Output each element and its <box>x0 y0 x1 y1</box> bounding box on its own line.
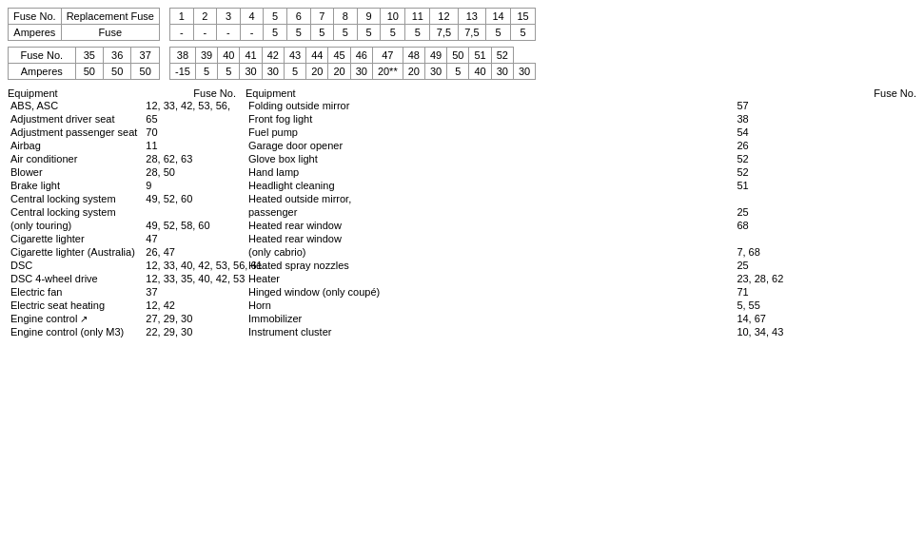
fuse-col-header-7: 7 <box>310 9 334 25</box>
legend-table-1: Fuse No. Replacement Fuse Amperes Fuse <box>8 8 160 41</box>
eq-left-name-0: ABS, ASC <box>8 99 143 112</box>
eq-right-name-14: Hinged window (only coupé) <box>246 285 734 299</box>
fuse-col-value-2: - <box>193 25 217 41</box>
eq-left-name-2: Adjustment passenger seat <box>8 126 143 139</box>
eq-left-name-7: Central locking system <box>8 192 143 205</box>
eq-left-name-8: Central locking system <box>8 205 143 219</box>
equipment-label-left: Equipment <box>8 87 58 99</box>
fuse-col2-header-40: 40 <box>218 48 240 64</box>
equipment-label-right: Equipment <box>246 87 296 99</box>
legend-tables: Fuse No. Replacement Fuse Amperes Fuse F… <box>8 8 160 84</box>
eq-right-fuse-0: 57 <box>734 99 916 112</box>
fuse-col-header-5: 5 <box>264 9 287 25</box>
eq-right-name-13: Heater <box>246 272 734 285</box>
equipment-left-section: Equipment Fuse No. ABS, ASC12, 33, 42, 5… <box>8 87 236 338</box>
eq-right-row-6: Headlight cleaning51 <box>246 179 916 192</box>
equipment-section: Equipment Fuse No. ABS, ASC12, 33, 42, 5… <box>8 87 916 338</box>
fuse-col-header-10: 10 <box>381 9 405 25</box>
legend-amperes-2: Amperes <box>9 64 76 80</box>
eq-right-fuse-12: 25 <box>734 259 916 272</box>
fuse-col2-value-0: -15 <box>169 64 195 80</box>
fuse-col2-value-3: 30 <box>240 64 262 80</box>
eq-right-fuse-14: 71 <box>734 285 916 299</box>
fuse-col-value-11: 5 <box>405 25 430 41</box>
eq-right-fuse-2: 54 <box>734 126 916 139</box>
fuse-col-value-1: - <box>169 25 193 41</box>
legend-35: 35 <box>75 48 103 64</box>
eq-right-row-7: Heated outside mirror, <box>246 192 916 205</box>
fuse-col2-header-47: 47 <box>372 48 403 64</box>
fuse-col-value-7: 5 <box>310 25 334 41</box>
eq-left-row-10: Cigarette lighter47 <box>8 232 265 245</box>
eq-left-name-9: (only touring) <box>8 219 143 232</box>
equipment-right-section: Equipment Fuse No. Folding outside mirro… <box>246 87 916 338</box>
eq-right-fuse-4: 52 <box>734 152 916 165</box>
fuse-col2-value-12: 5 <box>447 64 469 80</box>
eq-left-row-1: Adjustment driver seat65 <box>8 112 265 126</box>
eq-left-row-0: ABS, ASC12, 33, 42, 53, 56, <box>8 99 265 112</box>
eq-left-row-5: Blower28, 50 <box>8 165 265 179</box>
fuse-col2-value-2: 5 <box>218 64 240 80</box>
eq-right-fuse-7 <box>734 192 916 205</box>
top-section: Fuse No. Replacement Fuse Amperes Fuse F… <box>8 8 916 84</box>
fuse-col2-header-42: 42 <box>262 48 284 64</box>
fuse-number-tables: 123456789101112131415 ----55555557,57,55… <box>169 8 536 84</box>
eq-right-name-7: Heated outside mirror, <box>246 192 734 205</box>
eq-right-name-6: Headlight cleaning <box>246 179 734 192</box>
eq-right-fuse-10 <box>734 232 916 245</box>
fuse-col2-value-6: 20 <box>306 64 328 80</box>
fuse-col2-header-48: 48 <box>403 48 424 64</box>
fuse-col-value-15: 5 <box>511 25 536 41</box>
eq-left-name-13: DSC 4-wheel drive <box>8 272 143 285</box>
eq-left-row-15: Electric seat heating12, 42 <box>8 299 265 312</box>
eq-right-row-14: Hinged window (only coupé)71 <box>246 285 916 299</box>
eq-right-row-10: Heated rear window <box>246 232 916 245</box>
fuse-col-header-9: 9 <box>357 9 381 25</box>
eq-right-name-9: Heated rear window <box>246 219 734 232</box>
fuse-col-value-3: - <box>217 25 241 41</box>
fuse-table-2: 383940414243444546474849505152 -15553030… <box>169 47 536 80</box>
legend-amperes: Amperes <box>9 25 62 41</box>
fuse-col2-header-52: 52 <box>491 48 513 64</box>
eq-right-fuse-11: 7, 68 <box>734 245 916 259</box>
fuse-col-value-5: 5 <box>264 25 287 41</box>
fuse-col2-value-10: 20 <box>403 64 424 80</box>
eq-right-name-17: Instrument cluster <box>246 325 734 338</box>
fuse-col2-value-8: 30 <box>350 64 372 80</box>
fuse-col2-header-51: 51 <box>469 48 491 64</box>
fuse-col-header-8: 8 <box>334 9 358 25</box>
eq-right-fuse-15: 5, 55 <box>734 299 916 312</box>
fuse-col-header-3: 3 <box>217 9 241 25</box>
legend-table-2: Fuse No. 35 36 37 Amperes 50 50 50 <box>8 47 160 80</box>
eq-right-row-17: Instrument cluster10, 34, 43 <box>246 325 916 338</box>
eq-left-row-16: Engine control ↗27, 29, 30 <box>8 312 265 325</box>
eq-left-name-1: Adjustment driver seat <box>8 112 143 126</box>
fuse-col-value-10: 5 <box>381 25 405 41</box>
legend-50-2: 50 <box>104 64 131 80</box>
fuse-col-value-13: 7,5 <box>458 25 485 41</box>
eq-right-fuse-8: 25 <box>734 205 916 219</box>
fuse-no-label-left: Fuse No. <box>193 87 236 99</box>
fuse-col2-header-45: 45 <box>328 48 350 64</box>
eq-right-name-3: Garage door opener <box>246 139 734 152</box>
legend-37: 37 <box>131 48 160 64</box>
eq-right-fuse-3: 26 <box>734 139 916 152</box>
fuse-col2-value-7: 20 <box>328 64 350 80</box>
fuse-col-header-13: 13 <box>458 9 485 25</box>
fuse-col2-header-43: 43 <box>284 48 305 64</box>
fuse-col-header-15: 15 <box>511 9 536 25</box>
eq-left-name-3: Airbag <box>8 139 143 152</box>
fuse-no-label-right: Fuse No. <box>874 87 916 99</box>
eq-right-fuse-5: 52 <box>734 165 916 179</box>
eq-left-row-12: DSC12, 33, 40, 42, 53, 56, 61 <box>8 259 265 272</box>
eq-right-name-11: (only cabrio) <box>246 245 734 259</box>
fuse-col-value-12: 7,5 <box>430 25 458 41</box>
eq-right-fuse-9: 68 <box>734 219 916 232</box>
eq-left-row-4: Air conditioner28, 62, 63 <box>8 152 265 165</box>
fuse-col-header-12: 12 <box>430 9 458 25</box>
eq-right-row-2: Fuel pump54 <box>246 126 916 139</box>
fuse-col-header-6: 6 <box>286 9 310 25</box>
eq-right-row-3: Garage door opener26 <box>246 139 916 152</box>
eq-right-name-8: passenger <box>246 205 734 219</box>
left-header-row: Equipment Fuse No. <box>8 87 236 99</box>
